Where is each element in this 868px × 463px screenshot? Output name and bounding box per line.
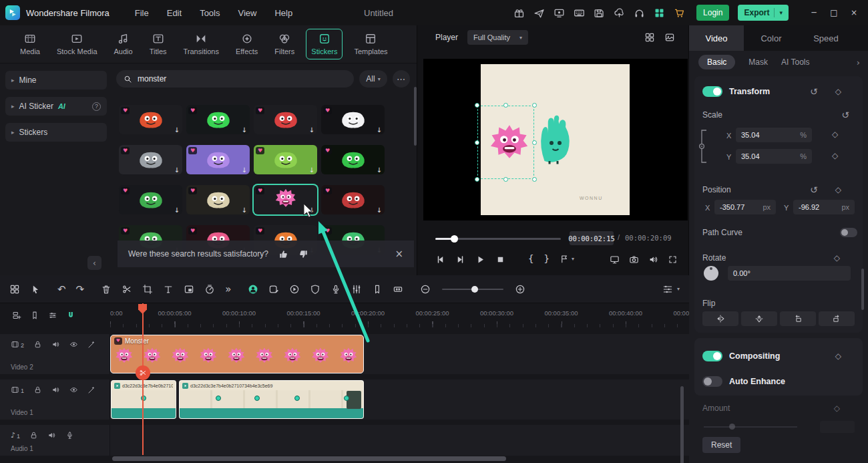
sticker-purple-monster[interactable]: ♥↓ <box>186 145 250 174</box>
login-button[interactable]: Login <box>696 5 729 21</box>
undo-icon[interactable]: ↶ <box>57 283 66 295</box>
mute-track-icon[interactable] <box>51 385 60 394</box>
menu-tools[interactable]: Tools <box>200 8 220 18</box>
volume-button[interactable] <box>648 255 658 265</box>
download-icon[interactable]: ↓ <box>309 206 314 214</box>
scale-y-keyframe-icon[interactable]: ◇ <box>832 151 838 160</box>
auto-enhance-toggle[interactable] <box>702 376 722 387</box>
screen-record-icon[interactable] <box>554 7 565 19</box>
pip-icon[interactable] <box>184 284 194 295</box>
mute-track-icon[interactable] <box>51 340 60 349</box>
sticker-green-blob-monster[interactable]: ♥↓ <box>254 145 317 174</box>
tab-stickers[interactable]: Stickers <box>306 29 343 59</box>
sticker-mummy[interactable]: ♥↓ <box>186 185 250 214</box>
zoom-out-icon[interactable] <box>420 284 431 295</box>
preview-canvas[interactable]: WONNU <box>481 64 630 215</box>
menu-file[interactable]: File <box>135 8 149 18</box>
cart-icon[interactable] <box>674 7 685 19</box>
zoom-slider[interactable] <box>442 289 503 290</box>
mask-icon[interactable] <box>310 284 320 295</box>
scale-link-icon[interactable] <box>699 128 708 164</box>
download-icon[interactable]: ↓ <box>377 206 382 214</box>
resize-handle[interactable] <box>475 177 479 182</box>
selection-box[interactable] <box>477 106 534 179</box>
manage-tracks-icon[interactable] <box>12 311 21 320</box>
track-mixer-icon[interactable] <box>48 311 57 320</box>
resize-handle[interactable] <box>532 103 537 108</box>
favorite-badge-icon[interactable]: ♥ <box>121 107 130 114</box>
sidebar-item-ai-sticker[interactable]: ▸AI StickerAI? <box>5 97 107 116</box>
download-icon[interactable]: ↓ <box>309 126 314 134</box>
mute-track-icon[interactable] <box>47 431 56 440</box>
split-icon[interactable] <box>122 284 132 295</box>
resize-handle[interactable] <box>532 140 537 145</box>
download-icon[interactable]: ↓ <box>242 126 247 134</box>
export-button[interactable]: Export▾ <box>738 5 789 21</box>
sticker-red-monster[interactable]: ♥↓ <box>119 105 182 134</box>
favorite-badge-icon[interactable]: ♥ <box>256 147 264 154</box>
favorite-badge-icon[interactable]: ♥ <box>188 227 197 235</box>
seek-slider[interactable] <box>435 238 561 240</box>
download-icon[interactable]: ↓ <box>174 166 180 174</box>
delete-icon[interactable] <box>101 284 112 295</box>
seek-thumb[interactable] <box>451 235 458 243</box>
tab-speed[interactable]: Speed <box>799 25 853 51</box>
track-magic-icon[interactable] <box>87 340 96 349</box>
compositing-toggle[interactable] <box>702 351 722 361</box>
rotate-keyframe-icon[interactable]: ◇ <box>834 253 840 263</box>
favorite-badge-icon[interactable]: ♥ <box>323 227 332 235</box>
media-browser-icon[interactable] <box>9 284 20 295</box>
track-magic-icon[interactable] <box>87 385 96 394</box>
resize-handle[interactable] <box>475 103 479 108</box>
rotate-input[interactable]: 0.00° <box>728 266 851 281</box>
scale-x-input[interactable]: 35.04% <box>736 128 812 142</box>
download-icon[interactable]: ↓ <box>174 126 180 134</box>
info-icon[interactable]: ? <box>92 102 101 111</box>
sticker-ghost[interactable]: ♥↓ <box>321 105 385 134</box>
render-preview-button[interactable]: ▾ <box>560 254 574 264</box>
select-tool-icon[interactable] <box>30 284 41 295</box>
share-icon[interactable] <box>533 7 545 19</box>
rotate-ccw-button[interactable] <box>780 311 816 326</box>
sidebar-item-mine[interactable]: ▸Mine <box>5 71 107 90</box>
mark-in-button[interactable]: { <box>528 253 533 264</box>
sticker-zombie-skull[interactable]: ♥↓ <box>119 145 182 174</box>
sticker-pink-monster[interactable]: ♥↓ <box>254 185 317 214</box>
subtab-mask[interactable]: Mask <box>748 57 768 67</box>
teal-monster-image[interactable] <box>535 107 576 171</box>
play-button[interactable] <box>475 255 485 265</box>
next-frame-button[interactable] <box>455 255 465 265</box>
thumbs-down-button[interactable] <box>298 249 308 259</box>
record-voiceover-icon[interactable] <box>65 431 74 440</box>
sticker-edit-icon[interactable] <box>268 284 279 295</box>
favorite-badge-icon[interactable]: ♥ <box>188 107 197 114</box>
subtabs-scroll-icon[interactable]: › <box>857 57 860 67</box>
apps-grid-icon[interactable] <box>654 7 665 19</box>
external-display-button[interactable] <box>610 255 620 265</box>
tab-effects[interactable]: Effects <box>230 29 263 59</box>
menu-edit[interactable]: Edit <box>167 8 182 18</box>
lock-track-icon[interactable] <box>33 340 42 349</box>
favorite-badge-icon[interactable]: ♥ <box>323 187 332 194</box>
resize-handle[interactable] <box>503 177 508 182</box>
tab-templates[interactable]: Templates <box>349 29 393 59</box>
snap-magnet-icon[interactable] <box>66 311 75 320</box>
minimize-button[interactable]: ─ <box>804 0 824 25</box>
subtab-ai-tools[interactable]: AI Tools <box>781 57 809 67</box>
favorite-badge-icon[interactable]: ♥ <box>121 147 130 154</box>
reset-button[interactable]: Reset <box>702 437 740 453</box>
resize-handle[interactable] <box>475 140 479 145</box>
sticker-clown[interactable]: ♥↓ <box>254 105 317 134</box>
more-options-button[interactable]: ⋯ <box>393 70 410 88</box>
sticker-xeyes-monster[interactable]: ♥↓ <box>321 185 385 214</box>
filter-dropdown[interactable]: All▾ <box>359 70 387 88</box>
collapse-panel-button[interactable]: ‹ <box>87 256 101 270</box>
favorite-badge-icon[interactable]: ♥ <box>188 147 197 154</box>
voiceover-icon[interactable] <box>331 284 341 295</box>
rotate-cw-button[interactable] <box>819 311 855 326</box>
tab-stock-media[interactable]: Stock Media <box>51 29 103 59</box>
keyframe-marker[interactable] <box>216 396 221 401</box>
motion-tracking-icon[interactable] <box>289 284 300 295</box>
favorite-badge-icon[interactable]: ♥ <box>323 107 332 114</box>
zoom-in-icon[interactable] <box>515 284 525 295</box>
